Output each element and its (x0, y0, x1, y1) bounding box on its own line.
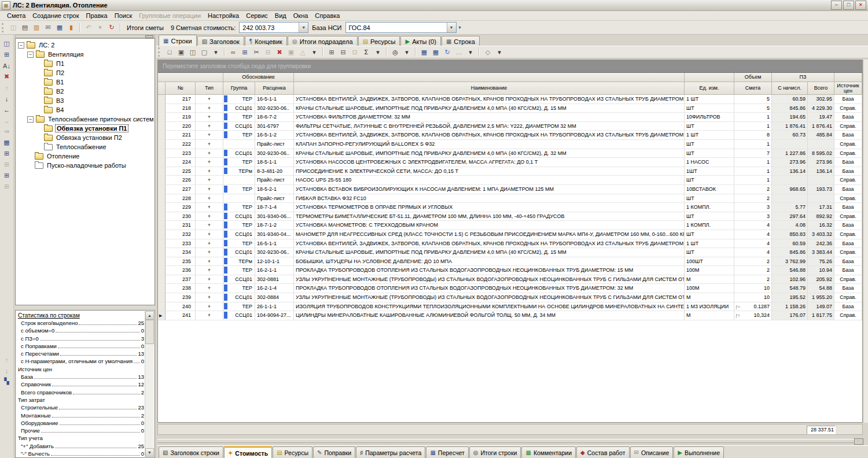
close-button[interactable]: × (855, 1, 866, 10)
paste-icon[interactable]: ⊟ (262, 47, 274, 57)
tab-resources[interactable]: ▤ Ресурсы (358, 36, 400, 46)
grid-view-icon[interactable]: ▦ (418, 47, 430, 57)
КЛАПАН ЗАПОРНО-РЕГУЛИРУЮЩИЙ BALLOREX S Ф32[interactable]: 222 + Прайс-лист КЛАПАН ЗАПОРНО-РЕГУЛИРУ… (158, 140, 862, 149)
header-rate[interactable]: Расценка (255, 82, 294, 95)
insert-icon[interactable]: ⇒ (1, 126, 13, 137)
tree-expander-icon[interactable]: − (27, 51, 34, 58)
УСТАНОВКА ФИЛЬТРОВ ДИАМЕТРОМ: 32 ММ[interactable]: 219 + ТЕР 18-6-7-2 УСТАНОВКА ФИЛЬТРОВ ДИ… (158, 113, 862, 122)
menu-windows[interactable]: Окна (290, 12, 312, 20)
nsi-combobox[interactable]: ГОС.84 ▼ (345, 22, 457, 33)
УСТАНОВКА ВЕНТИЛЕЙ, ЗАДВИЖЕК, ЗАТВОРОВ, КЛАПАНОВ ОБРАТНЫХ, КРАНОВ ПРОХОДНЫХ НА ТРУБОПРОВОДАХ ИЗ СТАЛЬНЫХ ТРУБ ДИАМЕТРОМ: ДО 50 ММ[interactable]: 221 + ТЕР 16-5-1-2 УСТАНОВКА ВЕНТИЛЕЙ, З… (158, 131, 862, 140)
tree-node-v1[interactable]: В1 (16, 77, 155, 87)
send-to-icon[interactable]: ▦ (1, 137, 13, 148)
tab-line[interactable]: ▦ Строка (442, 36, 480, 46)
search-dropdown-icon[interactable]: ▾ (401, 47, 413, 57)
tab-subsection-totals[interactable]: ◎ Итоги подраздела (288, 36, 358, 46)
export-icon[interactable]: ▥ (31, 23, 42, 32)
КРАНЫ СТАЛЬНЫЕ ШАРОВЫЕ, ИМПОРТНЫЕ ПОД ПРИВАРКУ ДАВЛЕНИЕМ 4,0 МПА (40 КГС/СМ2), Д. 15 ММ[interactable]: 234 + ССЦ01 302-9230-06.. КРАНЫ СТАЛЬНЫЕ… (158, 248, 862, 257)
scroll-up-icon[interactable]: ▲ (145, 311, 154, 320)
header-name[interactable]: Наименование (294, 82, 685, 95)
insert-disabled-icon[interactable]: ⊡ (349, 47, 361, 57)
tab-resources-bottom[interactable]: ▤ Ресурсы (273, 446, 312, 458)
cost-combobox[interactable]: 242 003.73 ▼ (239, 22, 308, 33)
grid-vertical-scrollbar[interactable] (864, 60, 868, 423)
tree-expander-icon[interactable] (36, 126, 42, 131)
ПРОКЛАДКА ТРУБОПРОВОДОВ ОТОПЛЕНИЯ ИЗ СТАЛЬНЫХ ВОДОГАЗОПРОВОДНЫХ НЕОЦИНКОВАННЫХ ТРУБ ДИАМЕТРОМ: 32 ММ[interactable]: 238 + ТЕР 16-2-1-4 ПРОКЛАДКА ТРУБОПРОВОД… (158, 284, 862, 293)
menu-search[interactable]: Поиск (111, 12, 135, 20)
exit-icon[interactable]: ▮ (65, 23, 77, 32)
tree-node-obvyazka-p2[interactable]: Обвязка установки П2 (16, 133, 155, 142)
header-unit[interactable]: Ед. изм. (685, 82, 734, 95)
eraser-icon[interactable]: ◇ (482, 47, 494, 57)
sum-dropdown-icon[interactable]: ▾ (372, 47, 384, 57)
copy-rows-icon[interactable]: ⊞ (1, 49, 13, 60)
ГИБКАЯ ВСТАВКА Ф32 FC10[interactable]: 228 + Прайс-лист ГИБКАЯ ВСТАВКА Ф32 FC10… (158, 194, 862, 204)
toolbar-overflow-icon[interactable]: ▾ (459, 25, 461, 30)
delete-row-icon[interactable]: ✖ (1, 71, 13, 82)
scroll-down-icon[interactable]: ↓ (1, 365, 13, 376)
new-dropdown-icon[interactable]: ▾ (210, 47, 222, 57)
header-accrual[interactable]: С начисл. (772, 82, 808, 95)
menu-help[interactable]: Справка (311, 12, 343, 20)
view-dropdown-icon[interactable]: ▾ (465, 47, 476, 57)
tree-expander-icon[interactable]: − (27, 116, 34, 123)
block-icon[interactable]: ▣ (285, 47, 297, 57)
copy-icon[interactable]: ⊞ (1, 148, 13, 159)
УЗЛЫ УКРУПНЕННЫЕ МОНТАЖНЫЕ (ТРУБОПРОВОДЫ) ИЗ СТАЛЬНЫХ ВОДОГАЗОПРОВОДНЫХ НЕОЦИНКОВАННЫХ ТРУБ С ГИЛЬЗАМИ ДЛЯ СИСТЕМ ОТОПЛЕНИЯ[interactable]: 237 + ССЦ01 302-0881 УЗЛЫ УКРУПНЕННЫЕ МО… (158, 275, 862, 285)
tree-node-heat-supply-systems[interactable]: − Теплоснабжение приточных систем (16, 114, 155, 124)
tree-expander-icon[interactable] (36, 98, 42, 104)
link-icon[interactable]: ∞ (227, 47, 239, 57)
tab-cost[interactable]: ✦ Стоимость (224, 446, 272, 458)
tree-expander-icon[interactable] (36, 61, 42, 67)
tree-expander-icon[interactable]: − (18, 42, 24, 49)
tree-expander-icon[interactable] (36, 135, 42, 141)
tab-row-header[interactable]: ▧ Заголовок строки (159, 446, 223, 458)
tree-expander-icon[interactable] (27, 163, 32, 168)
move-down-icon[interactable]: ↓ (1, 93, 13, 104)
ТЕРМОМЕТРЫ БИМЕТАЛЛИЧЕСКИЕ БТ-51.11, ДИАМЕТРОМ 100 ММ, ДЛИННА 100 ММ, -40-+450 ГРАДУСОВ[interactable]: 230 + ССЦ01 301-9340-06... ТЕРМОМЕТРЫ БИ… (158, 212, 862, 221)
tree-node-obvyazka-p1[interactable]: Обвязка установки П1 (16, 124, 155, 133)
chevron-down-icon[interactable]: ▼ (447, 23, 456, 32)
cut-icon[interactable]: ✂ (251, 47, 262, 57)
search-icon[interactable]: ◎ (389, 47, 401, 57)
tab-recalc[interactable]: ▦ Пересчет (426, 446, 468, 458)
sum-icon[interactable]: Σ (361, 47, 372, 57)
move-left-icon[interactable]: ← (1, 104, 13, 115)
БОБЫШКИ, ШТУЦЕРЫ НА УСЛОВНОЕ ДАВЛЕНИЕ: ДО 10 МПА[interactable]: 235 + ТЕРм 12-10-1-1 БОБЫШКИ, ШТУЦЕРЫ НА… (158, 257, 862, 267)
minimize-button[interactable]: – (831, 1, 842, 10)
tree-node-heating[interactable]: Отопление (16, 152, 155, 161)
group-by-bar[interactable]: Переместите заголовок столбца сюда для г… (158, 60, 862, 73)
dots-icon[interactable]: … (453, 47, 465, 57)
save-icon[interactable]: ◫ (8, 23, 19, 32)
МАНОМЕТР ДЛЯ НЕАГРЕССИВНЫХ СРЕД (КЛАСС ТОЧНОСТИ 1.5) С РЕЗЬБОВЫМ ПРИСОЕДИНЕНИЕМ МАРКА МП4-У, ДИАМЕТРОМ 160 ММ, 0-160...600 КГС/СМ2[interactable]: 232 + ССЦ01 301-9340-04... МАНОМЕТР ДЛЯ … (158, 230, 862, 239)
tree-node-v2[interactable]: В2 (16, 87, 155, 96)
new-section-icon[interactable]: ◫ (187, 47, 198, 57)
delete-icon[interactable]: ✖ (274, 47, 285, 57)
form-view-icon[interactable]: ▦ (430, 47, 442, 57)
menu-settings[interactable]: Настройка (204, 12, 242, 20)
menu-group-ops[interactable]: Групповые операции (135, 12, 204, 20)
tab-row-totals[interactable]: ◎ Итоги строки (469, 446, 521, 458)
header-type[interactable]: Тип (196, 82, 223, 95)
header-justification[interactable]: Обоснование (223, 73, 294, 82)
save-icon[interactable]: ◫ (1, 38, 13, 49)
print-icon[interactable]: ▤ (19, 23, 31, 32)
chevron-down-icon[interactable]: ▼ (299, 23, 308, 32)
ФИЛЬТРЫ СЕТЧАТЫЕ, ЛАТУННЫЕ С ВНУТРЕННЕЙ РЕЗЬБОЙ, ДАВЛЕНИЕМ 2,5 МПА: Y222, ДИАМЕТРОМ 32 ММ[interactable]: 220 + ССЦ01 301-6797 ФИЛЬТРЫ СЕТЧАТЫЕ, Л… (158, 122, 862, 131)
tree-expander-icon[interactable] (36, 145, 42, 150)
restore-button[interactable]: □ (843, 1, 854, 10)
tree-expander-icon[interactable] (36, 71, 42, 76)
copy-disabled-icon[interactable]: ⊞ (1, 159, 13, 170)
КРАНЫ СТАЛЬНЫЕ ШАРОВЫЕ, ИМПОРТНЫЕ ПОД ПРИВАРКУ ДАВЛЕНИЕМ 4,0 МПА (40 КГС/СМ2), Д. 15 ММ[interactable]: 218 + ССЦ01 302-9230-06.. КРАНЫ СТАЛЬНЫЕ… (158, 104, 862, 113)
УСТАНОВКА ВЕНТИЛЕЙ, ЗАДВИЖЕК, ЗАТВОРОВ, КЛАПАНОВ ОБРАТНЫХ, КРАНОВ ПРОХОДНЫХ НА ТРУБОПРОВОДАХ ИЗ СТАЛЬНЫХ ТРУБ ДИАМЕТРОМ: ДО 25 ММ[interactable]: 217 + ТЕР 16-5-1-1 УСТАНОВКА ВЕНТИЛЕЙ, З… (158, 95, 862, 104)
paste-disabled-icon[interactable]: ⊞ (1, 181, 13, 192)
move-right-icon[interactable]: → (1, 115, 13, 126)
tree-stats-splitter[interactable] (15, 305, 155, 310)
tree-node-ls2[interactable]: − ЛС: 2 (16, 40, 155, 50)
ИЗОЛЯЦИЯ ТРУБОПРОВОДОВ КОНСТРУКЦИЯМИ ТЕПЛОИЗОЛЯЦИОННЫМИ КОМПЛЕКТНЫМИ НА ОСНОВЕ ЦИЛИНДРОВ МИНЕРАЛОВАТНЫХ НА СИНТЕТИЧЕСКОМ[interactable]: 240 + ТЕР 26-1-1-1 ИЗОЛЯЦИЯ ТРУБОПРОВОДО… (158, 302, 862, 312)
ЦИЛИНДРЫ МИНЕРАЛОВАТНЫЕ КАШИРОВАННЫЕ АЛЮМИНИЕВОЙ ФОЛЬГОЙ ТОЛЩ. 50 ММ, Д. 34 ММ[interactable]: 241 + ССЦ01 104-9094-27... ЦИЛИНДРЫ МИНЕ… (158, 311, 862, 320)
tree-expander-icon[interactable] (27, 154, 32, 159)
tree-node-p2[interactable]: П2 (16, 68, 155, 77)
header-pz[interactable]: ПЗ (772, 73, 834, 82)
УСТАНОВКА ВЕНТИЛЕЙ, ЗАДВИЖЕК, ЗАТВОРОВ, КЛАПАНОВ ОБРАТНЫХ, КРАНОВ ПРОХОДНЫХ НА ТРУБОПРОВОДАХ ИЗ СТАЛЬНЫХ ТРУБ ДИАМЕТРОМ: ДО 25 ММ[interactable]: 233 + ТЕР 16-5-1-1 УСТАНОВКА ВЕНТИЛЕЙ, З… (158, 239, 862, 249)
